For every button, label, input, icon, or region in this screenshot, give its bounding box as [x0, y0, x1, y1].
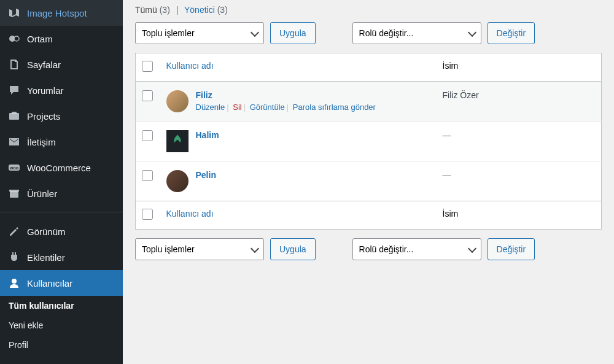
apply-button-bottom[interactable]: Uygula [270, 238, 316, 260]
change-role-select-bottom[interactable]: Rolü değiştir... [352, 238, 481, 260]
filter-bar: Tümü (3) | Yönetici (3) [135, 0, 602, 22]
menu-label: İletişim [27, 137, 56, 147]
admin-sidebar: Image Hotspot Ortam Sayfalar Yorumlar Pr… [0, 0, 123, 364]
svg-rect-8 [9, 190, 19, 192]
username-link[interactable]: Pelin [196, 170, 216, 180]
woo-icon: woo [7, 161, 21, 174]
svg-point-9 [12, 279, 17, 284]
submenu-profile[interactable]: Profil [0, 335, 123, 355]
edit-link[interactable]: Düzenle [196, 103, 225, 112]
row-checkbox[interactable] [142, 170, 153, 181]
projects-icon [7, 109, 21, 123]
header-username[interactable]: Kullanıcı adı [160, 53, 437, 82]
sidebar-item-media[interactable]: Ortam [0, 26, 123, 52]
submenu-add-new[interactable]: Yeni ekle [0, 316, 123, 335]
footer-name: İsim [443, 209, 459, 219]
menu-label: Image Hotspot [27, 8, 87, 18]
sidebar-item-image-hotspot[interactable]: Image Hotspot [0, 0, 123, 26]
table-row: Filiz Düzenle| Sil| Görüntüle| Parola sı… [136, 82, 602, 122]
select-all-checkbox-bottom[interactable] [142, 209, 153, 220]
username-link[interactable]: Filiz [196, 90, 212, 100]
sidebar-item-projects[interactable]: Projects [0, 103, 123, 129]
avatar [166, 130, 188, 152]
menu-label: Kullanıcılar [27, 278, 72, 288]
row-checkbox[interactable] [142, 90, 153, 101]
mail-icon [7, 135, 21, 149]
avatar [166, 90, 188, 112]
change-button[interactable]: Değiştir [488, 22, 535, 44]
user-display-name: Filiz Özer [443, 90, 479, 100]
table-row: Pelin — [136, 161, 602, 201]
pages-icon [7, 58, 21, 71]
user-display-name: — [443, 170, 451, 180]
map-marker-icon [7, 6, 21, 20]
menu-label: WooCommerce [27, 163, 91, 173]
media-icon [7, 32, 21, 45]
sidebar-item-users[interactable]: Kullanıcılar [0, 270, 123, 296]
role-select-wrap: Rolü değiştir... [352, 22, 481, 44]
bulk-actions-select-bottom[interactable]: Toplu işlemler [135, 238, 264, 260]
row-actions: Düzenle| Sil| Görüntüle| Parola sıfırlam… [196, 103, 376, 112]
filter-separator: | [173, 5, 182, 15]
bulk-actions-select[interactable]: Toplu işlemler [135, 22, 264, 44]
table-row: Halim — [136, 122, 602, 161]
menu-label: Görünüm [27, 227, 66, 237]
filter-all-label: Tümü [135, 5, 157, 15]
submenu-all-users[interactable]: Tüm kullanıcılar [0, 296, 123, 316]
menu-label: Eklentiler [27, 252, 65, 263]
products-icon [7, 187, 21, 200]
sidebar-item-products[interactable]: Ürünler [0, 180, 123, 206]
change-role-select[interactable]: Rolü değiştir... [352, 22, 481, 44]
plugins-icon [7, 250, 21, 264]
sidebar-item-contact[interactable]: İletişim [0, 129, 123, 155]
username-link[interactable]: Halim [196, 130, 219, 140]
svg-rect-3 [9, 113, 19, 120]
sidebar-item-plugins[interactable]: Eklentiler [0, 244, 123, 270]
menu-label: Projects [27, 111, 60, 122]
view-link[interactable]: Görüntüle [250, 103, 285, 112]
appearance-icon [7, 225, 21, 238]
delete-link[interactable]: Sil [233, 103, 241, 112]
footer-username[interactable]: Kullanıcı adı [166, 209, 214, 219]
bulk-select-wrap-bottom: Toplu işlemler [135, 238, 264, 260]
sidebar-item-woocommerce[interactable]: woo WooCommerce [0, 155, 123, 180]
row-checkbox[interactable] [142, 130, 153, 141]
svg-text:woo: woo [9, 166, 18, 170]
bulk-select-wrap: Toplu işlemler [135, 22, 264, 44]
svg-rect-7 [10, 191, 18, 198]
change-button-bottom[interactable]: Değiştir [488, 238, 535, 260]
reset-password-link[interactable]: Parola sıfırlama gönder [293, 103, 376, 112]
main-content: Tümü (3) | Yönetici (3) Toplu işlemler U… [123, 0, 614, 364]
sidebar-item-pages[interactable]: Sayfalar [0, 52, 123, 77]
avatar [166, 170, 188, 192]
menu-label: Sayfalar [27, 60, 61, 70]
filter-admin-link[interactable]: Yönetici (3) [184, 5, 228, 15]
svg-rect-4 [12, 112, 17, 114]
top-controls: Toplu işlemler Uygula Rolü değiştir... D… [135, 22, 602, 44]
menu-label: Ürünler [27, 188, 57, 199]
sidebar-item-comments[interactable]: Yorumlar [0, 77, 123, 103]
filter-all-count: (3) [160, 5, 170, 15]
menu-label: Ortam [27, 34, 53, 44]
comments-icon [7, 83, 21, 97]
role-select-wrap-bottom: Rolü değiştir... [352, 238, 481, 260]
bottom-controls: Toplu işlemler Uygula Rolü değiştir... D… [135, 238, 602, 260]
select-all-checkbox[interactable] [142, 61, 153, 72]
users-table: Kullanıcı adı İsim Filiz Düzenle| Sil| [135, 53, 602, 230]
user-display-name: — [443, 130, 451, 140]
menu-separator [0, 206, 123, 212]
header-checkbox-cell [136, 53, 160, 82]
menu-label: Yorumlar [27, 85, 63, 96]
header-name: İsim [437, 53, 602, 82]
users-icon [7, 276, 21, 290]
sidebar-item-appearance[interactable]: Görünüm [0, 219, 123, 244]
apply-button[interactable]: Uygula [270, 22, 316, 44]
